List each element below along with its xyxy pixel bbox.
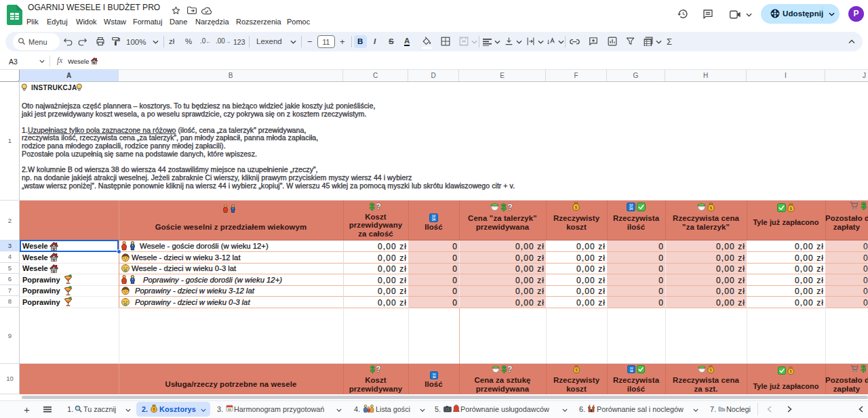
svg-text:?: ?	[507, 365, 512, 373]
svg-text:$: $	[789, 369, 791, 373]
svg-text:$: $	[575, 368, 577, 372]
svg-text:12: 12	[432, 215, 436, 218]
svg-text:?: ?	[376, 365, 380, 373]
svg-text:$: $	[861, 364, 865, 373]
svg-text:$: $	[861, 201, 866, 210]
svg-text:$: $	[370, 202, 374, 211]
svg-text:31: 31	[228, 408, 231, 411]
svg-text:?: ?	[376, 202, 381, 211]
svg-text:34: 34	[630, 369, 633, 373]
svg-text:$: $	[370, 365, 374, 373]
svg-text:12: 12	[629, 204, 633, 207]
svg-text:$: $	[153, 407, 155, 411]
svg-text:$: $	[501, 365, 506, 373]
svg-text:34: 34	[629, 207, 633, 211]
svg-text:34: 34	[432, 218, 436, 222]
svg-text:$: $	[501, 203, 506, 211]
svg-text:34: 34	[432, 375, 435, 379]
svg-text:?: ?	[508, 203, 513, 211]
svg-text:$: $	[709, 368, 711, 372]
